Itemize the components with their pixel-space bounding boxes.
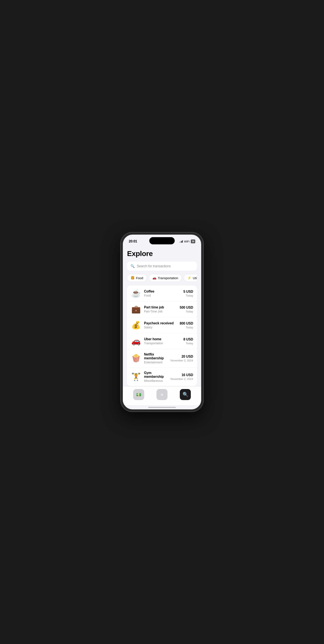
transaction-details-4: Netflix membership Entertainment [144, 352, 167, 364]
transaction-amount-1: 500 USD [179, 306, 193, 310]
tab-add[interactable]: + [157, 389, 167, 400]
transaction-name-2: Paycheck received [144, 321, 177, 325]
transaction-name-4: Netflix membership [144, 352, 167, 360]
transaction-date-4: November 2, 2024 [170, 359, 193, 362]
transaction-category-0: Food [144, 294, 180, 297]
home-indicator-bar [148, 407, 176, 408]
transaction-date-3: Today [183, 342, 193, 345]
transaction-details-0: Coffee Food [144, 290, 180, 297]
transaction-amount-3: 8 USD [183, 338, 193, 341]
transaction-details-3: Uber home Transportation [144, 337, 180, 345]
page-title: Explore [127, 250, 197, 258]
transaction-category-1: Part-Time Job [144, 310, 177, 313]
filter-chip-label-0: Food [136, 276, 143, 280]
filter-chip-transportation[interactable]: 🚗Transportation [149, 274, 182, 282]
transaction-category-2: Salary [144, 326, 177, 329]
filter-chip-food[interactable]: 🍔Food [127, 274, 147, 282]
filter-chip-label-2: Utility [193, 276, 197, 280]
add-icon: + [160, 391, 163, 398]
transaction-item[interactable]: 🍿 Netflix membership Entertainment 20 US… [127, 349, 197, 368]
signal-bar-4 [182, 240, 183, 243]
signal-bar-2 [180, 242, 181, 243]
signal-icon [179, 240, 183, 243]
transaction-details-2: Paycheck received Salary [144, 321, 177, 329]
transaction-item[interactable]: ☕ Coffee Food 5 USD Today [127, 286, 197, 302]
search-icon: 🔍 [131, 264, 135, 268]
tab-search[interactable]: 🔍 [180, 389, 191, 400]
transaction-date-5: November 2, 2024 [170, 377, 193, 380]
dynamic-island [149, 237, 175, 244]
transaction-emoji-0: ☕ [131, 289, 141, 298]
transactions-card: ☕ Coffee Food 5 USD Today 💼 Part time jo… [127, 286, 197, 386]
status-icons: WiFi 39 [179, 240, 195, 243]
status-time: 20:01 [129, 240, 137, 243]
filter-chip-emoji-1: 🚗 [153, 276, 157, 280]
main-content[interactable]: Explore 🔍 Search for transactions 🍔Food🚗… [123, 245, 201, 386]
transaction-emoji-2: 💰 [131, 321, 141, 330]
transaction-amount-wrap-2: 800 USD Today [179, 322, 193, 329]
transaction-item[interactable]: 💼 Part time job Part-Time Job 500 USD To… [127, 302, 197, 317]
transaction-name-0: Coffee [144, 290, 180, 293]
tab-bar: 💵 + 🔍 [123, 386, 201, 405]
transaction-emoji-5: 🏋️ [131, 372, 141, 381]
signal-bar-3 [181, 241, 182, 243]
home-indicator [123, 405, 201, 410]
transaction-amount-0: 5 USD [183, 290, 193, 294]
filter-chip-emoji-0: 🍔 [131, 276, 135, 280]
tab-money[interactable]: 💵 [133, 389, 144, 400]
search-placeholder: Search for transactions [137, 264, 171, 268]
transaction-date-0: Today [183, 294, 193, 297]
transaction-amount-5: 16 USD [170, 373, 193, 377]
transaction-emoji-4: 🍿 [131, 354, 141, 363]
transaction-amount-2: 800 USD [179, 322, 193, 326]
transaction-name-5: Gym membership [144, 371, 167, 379]
transaction-amount-wrap-5: 16 USD November 2, 2024 [170, 373, 193, 380]
transaction-category-5: Miscellaneous [144, 379, 167, 382]
wifi-icon: WiFi [184, 240, 189, 243]
transaction-name-3: Uber home [144, 337, 180, 341]
transaction-category-4: Entertainment [144, 360, 167, 364]
transaction-amount-wrap-3: 8 USD Today [183, 338, 193, 345]
search-tab-icon: 🔍 [182, 392, 188, 397]
filter-row: 🍔Food🚗Transportation⚡Utility💼Salary [127, 274, 197, 282]
screen: 20:01 WiFi 39 Explore 🔍 Se [123, 234, 201, 410]
filter-chip-utility[interactable]: ⚡Utility [184, 274, 197, 282]
transaction-emoji-3: 🚗 [131, 337, 141, 346]
money-icon: 💵 [136, 392, 142, 397]
transaction-details-5: Gym membership Miscellaneous [144, 371, 167, 382]
transaction-category-3: Transportation [144, 342, 180, 345]
signal-bar-1 [179, 242, 180, 243]
transaction-details-1: Part time job Part-Time Job [144, 306, 177, 313]
transaction-date-2: Today [179, 326, 193, 329]
transaction-item[interactable]: 🚗 Uber home Transportation 8 USD Today [127, 333, 197, 349]
transaction-item[interactable]: 💰 Paycheck received Salary 800 USD Today [127, 317, 197, 333]
transaction-amount-4: 20 USD [170, 355, 193, 358]
search-bar[interactable]: 🔍 Search for transactions [127, 262, 197, 271]
transaction-name-1: Part time job [144, 306, 177, 309]
battery-icon: 39 [191, 240, 195, 243]
transaction-emoji-1: 💼 [131, 305, 141, 314]
filter-chip-label-1: Transportation [158, 276, 178, 280]
transaction-date-1: Today [179, 310, 193, 313]
transaction-item[interactable]: 🏋️ Gym membership Miscellaneous 16 USD N… [127, 368, 197, 386]
transaction-amount-wrap-4: 20 USD November 2, 2024 [170, 355, 193, 362]
transaction-amount-wrap-0: 5 USD Today [183, 290, 193, 297]
transaction-amount-wrap-1: 500 USD Today [179, 306, 193, 313]
phone-frame: 20:01 WiFi 39 Explore 🔍 Se [121, 232, 203, 412]
filter-chip-emoji-2: ⚡ [187, 276, 191, 280]
